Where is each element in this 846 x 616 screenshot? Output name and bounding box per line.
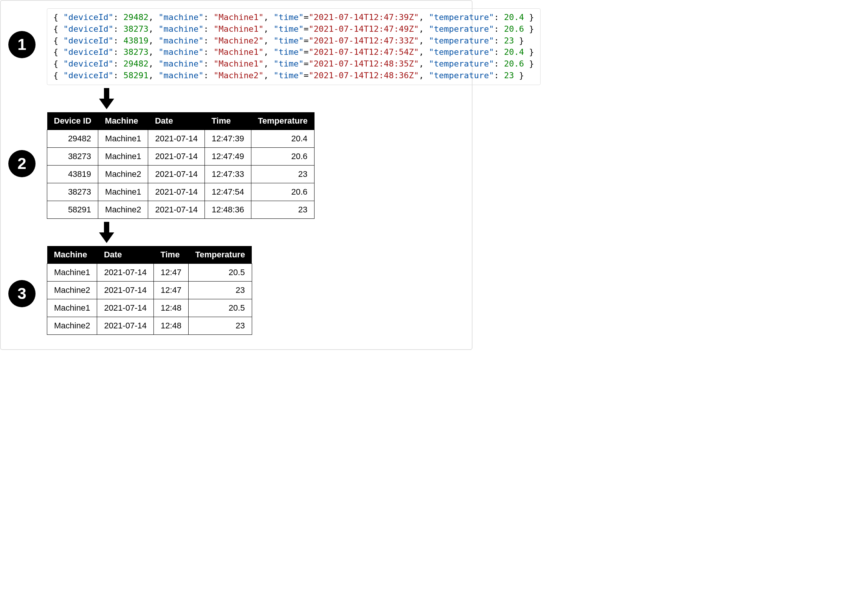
table-row: Machine12021-07-1412:4820.5 <box>47 299 252 317</box>
cell-deviceid: 38273 <box>47 183 98 201</box>
cell-time: 12:48 <box>153 299 188 317</box>
cell-deviceid: 43819 <box>47 165 98 183</box>
svg-marker-3 <box>99 232 114 243</box>
cell-time: 12:47:54 <box>205 183 251 201</box>
cell-temperature: 20.6 <box>251 147 315 165</box>
cell-temperature: 23 <box>189 281 252 299</box>
cell-date: 2021-07-14 <box>148 130 205 147</box>
cell-temperature: 20.5 <box>189 299 252 317</box>
cell-time: 12:47:49 <box>205 147 251 165</box>
cell-machine: Machine2 <box>98 165 148 183</box>
step-badge-1: 1 <box>8 31 36 58</box>
cell-time: 12:47 <box>153 281 188 299</box>
cell-machine: Machine2 <box>47 317 97 334</box>
cell-machine: Machine1 <box>47 299 97 317</box>
diagram-container: 1 { "deviceId": 29482, "machine": "Machi… <box>0 0 473 350</box>
table-row: 29482Machine12021-07-1412:47:3920.4 <box>47 130 315 147</box>
table-row: Machine22021-07-1412:4823 <box>47 317 252 334</box>
col-header-machine: Machine <box>98 112 148 130</box>
col-header-date: Date <box>148 112 205 130</box>
json-source-box: { "deviceId": 29482, "machine": "Machine… <box>47 8 541 85</box>
json-line: { "deviceId": 38273, "machine": "Machine… <box>53 46 534 58</box>
cell-temperature: 20.4 <box>251 130 315 147</box>
cell-date: 2021-07-14 <box>97 299 154 317</box>
col-header-machine: Machine <box>47 246 97 264</box>
json-line: { "deviceId": 43819, "machine": "Machine… <box>53 35 534 47</box>
step-3-row: 3 Machine Date Time Temperature Machine1… <box>8 246 464 335</box>
json-line: { "deviceId": 38273, "machine": "Machine… <box>53 23 534 35</box>
col-header-temperature: Temperature <box>251 112 315 130</box>
col-header-deviceid: Device ID <box>47 112 98 130</box>
table-header-row: Device ID Machine Date Time Temperature <box>47 112 315 130</box>
table-row: 38273Machine12021-07-1412:47:4920.6 <box>47 147 315 165</box>
cell-temperature: 20.6 <box>251 183 315 201</box>
cell-temperature: 23 <box>189 317 252 334</box>
agg-table-body: Machine12021-07-1412:4720.5Machine22021-… <box>47 263 252 334</box>
table-row: 58291Machine22021-07-1412:48:3623 <box>47 201 315 218</box>
arrow-down-icon <box>99 222 114 243</box>
svg-rect-0 <box>104 88 109 99</box>
cell-deviceid: 58291 <box>47 201 98 218</box>
json-line: { "deviceId": 29482, "machine": "Machine… <box>53 12 534 23</box>
table-row: Machine12021-07-1412:4720.5 <box>47 263 252 281</box>
cell-time: 12:47:39 <box>205 130 251 147</box>
cell-time: 12:48 <box>153 317 188 334</box>
cell-date: 2021-07-14 <box>148 183 205 201</box>
col-header-temperature: Temperature <box>189 246 252 264</box>
aggregated-data-table: Machine Date Time Temperature Machine120… <box>47 246 252 335</box>
col-header-time: Time <box>153 246 188 264</box>
step-badge-2: 2 <box>8 150 36 177</box>
cell-machine: Machine1 <box>98 147 148 165</box>
cell-machine: Machine1 <box>47 263 97 281</box>
arrow-down-icon <box>99 88 114 109</box>
arrow-down-1 <box>99 88 464 109</box>
cell-machine: Machine1 <box>98 183 148 201</box>
step-2-row: 2 Device ID Machine Date Time Temperatur… <box>8 112 464 219</box>
cell-date: 2021-07-14 <box>97 317 154 334</box>
cell-machine: Machine1 <box>98 130 148 147</box>
cell-time: 12:47:33 <box>205 165 251 183</box>
step-1-row: 1 { "deviceId": 29482, "machine": "Machi… <box>8 8 464 85</box>
cell-temperature: 23 <box>251 201 315 218</box>
cell-temperature: 23 <box>251 165 315 183</box>
cell-date: 2021-07-14 <box>148 165 205 183</box>
table-row: 38273Machine12021-07-1412:47:5420.6 <box>47 183 315 201</box>
table-row: 43819Machine22021-07-1412:47:3323 <box>47 165 315 183</box>
svg-marker-1 <box>99 99 114 109</box>
table-header-row: Machine Date Time Temperature <box>47 246 252 264</box>
json-line: { "deviceId": 29482, "machine": "Machine… <box>53 58 534 70</box>
cell-date: 2021-07-14 <box>97 281 154 299</box>
cell-temperature: 20.5 <box>189 263 252 281</box>
cell-machine: Machine2 <box>98 201 148 218</box>
step-badge-3: 3 <box>8 280 36 307</box>
cell-deviceid: 38273 <box>47 147 98 165</box>
cell-date: 2021-07-14 <box>148 201 205 218</box>
cell-date: 2021-07-14 <box>97 263 154 281</box>
cell-time: 12:48:36 <box>205 201 251 218</box>
svg-rect-2 <box>104 222 109 233</box>
cell-date: 2021-07-14 <box>148 147 205 165</box>
raw-data-table: Device ID Machine Date Time Temperature … <box>47 112 315 219</box>
json-line: { "deviceId": 58291, "machine": "Machine… <box>53 70 534 82</box>
cell-machine: Machine2 <box>47 281 97 299</box>
cell-time: 12:47 <box>153 263 188 281</box>
col-header-time: Time <box>205 112 251 130</box>
table-row: Machine22021-07-1412:4723 <box>47 281 252 299</box>
arrow-down-2 <box>99 222 464 243</box>
col-header-date: Date <box>97 246 154 264</box>
raw-table-body: 29482Machine12021-07-1412:47:3920.438273… <box>47 130 315 218</box>
cell-deviceid: 29482 <box>47 130 98 147</box>
